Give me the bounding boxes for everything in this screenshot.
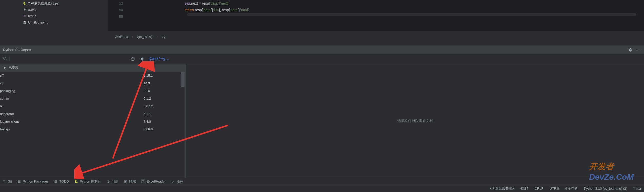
breadcrumb-item[interactable]: try: [162, 35, 165, 39]
excelreader-tab[interactable]: 🇽ExcelReader: [141, 179, 166, 184]
git-branch-icon: ᛘ: [2, 179, 6, 184]
python-console-tab[interactable]: 🐍Python 控制台: [74, 179, 101, 184]
file-label: test.c: [28, 14, 36, 18]
layers-icon: ☰: [17, 179, 21, 184]
file-item[interactable]: ⚙ a.exe: [10, 6, 108, 13]
svg-line-2: [6, 59, 7, 60]
python-packages-tab[interactable]: ☰Python Packages: [17, 179, 49, 184]
terminal-tab[interactable]: ▣终端: [124, 179, 136, 184]
line-ending[interactable]: CRLF: [535, 187, 543, 190]
line-number: 55: [108, 13, 123, 20]
todo-tab[interactable]: ☲TODO: [54, 179, 69, 184]
refresh-icon[interactable]: [130, 57, 135, 62]
warning-icon: ⊘: [106, 179, 110, 184]
services-tab[interactable]: ▷服务: [171, 179, 183, 184]
terminal-icon: ▣: [124, 179, 128, 184]
installed-section[interactable]: ▼ 已安装: [0, 64, 185, 72]
package-row[interactable]: cffi1.15.1: [0, 72, 185, 79]
exe-file-icon: ⚙: [23, 8, 27, 12]
panel-title: Python Packages: [3, 48, 31, 52]
git-tab[interactable]: ᛘGit: [2, 179, 12, 184]
chevron-down-icon: ▼: [3, 66, 6, 70]
line-number: 53: [108, 0, 123, 7]
chevron-down-icon: ⌄: [166, 57, 169, 61]
package-row[interactable]: comm0.1.2: [0, 95, 185, 102]
panel-toolbar: 添加软件包 ⌄: [0, 54, 644, 64]
indent-setting[interactable]: 4 个空格: [565, 186, 578, 191]
file-item[interactable]: 📓 Untitled.ipynb: [10, 19, 108, 26]
search-box: [3, 57, 126, 61]
vertical-scrollbar[interactable]: [181, 72, 185, 87]
horizontal-scrollbar[interactable]: [187, 13, 636, 16]
line-number: 54: [108, 7, 123, 13]
bottom-tool-bar: ᛘGit ☰Python Packages ☲TODO 🐍Python 控制台 …: [0, 178, 644, 185]
chevron-right-icon: ›: [157, 35, 158, 39]
excel-icon: 🇽: [141, 179, 145, 184]
server-status[interactable]: <无默认服务器>: [490, 186, 514, 191]
git-branch-status[interactable]: ᛘ ma: [633, 187, 641, 190]
search-icon: [3, 57, 7, 61]
python-icon: 🐍: [74, 179, 78, 184]
play-icon: ▷: [171, 179, 175, 184]
minimize-icon[interactable]: [636, 47, 641, 52]
code-editor[interactable]: 53 54 55 self.next = resp['data']['next'…: [108, 0, 644, 31]
file-label: a.exe: [28, 8, 36, 12]
file-item[interactable]: 🐍 2.AI成员信息查询.py: [10, 0, 108, 6]
package-row[interactable]: vc14.3: [0, 79, 185, 87]
encoding[interactable]: UTF-8: [549, 187, 559, 190]
file-tree: 🐍 2.AI成员信息查询.py ⚙ a.exe © test.c 📓 Untit…: [10, 0, 108, 26]
git-branch-icon: ᛘ: [633, 187, 635, 190]
status-bar: <无默认服务器> 43:37 CRLF UTF-8 4 个空格 Python 3…: [0, 185, 644, 192]
file-label: 2.AI成员信息查询.py: [28, 1, 58, 6]
python-file-icon: 🐍: [23, 1, 27, 5]
problems-tab[interactable]: ⊘问题: [106, 179, 118, 184]
python-packages-panel: Python Packages 添加软件包 ⌄ ▼ 已安装 cffi1.15.1…: [0, 46, 644, 178]
package-row[interactable]: packaging22.0: [0, 87, 185, 95]
file-item[interactable]: © test.c: [10, 13, 108, 19]
gear-icon[interactable]: [628, 47, 633, 52]
file-label: Untitled.ipynb: [28, 20, 48, 24]
c-file-icon: ©: [23, 14, 27, 18]
add-package-link[interactable]: 添加软件包 ⌄: [149, 57, 169, 61]
line-gutter: 53 54 55: [108, 0, 128, 20]
list-icon: ☲: [54, 179, 58, 184]
jupyter-file-icon: 📓: [23, 20, 27, 25]
panel-header: Python Packages: [0, 46, 644, 54]
package-list: ▼ 已安装 cffi1.15.1 vc14.3 packaging22.0 co…: [0, 64, 185, 178]
package-row[interactable]: decorator5.1.1: [0, 110, 185, 118]
svg-point-1: [4, 57, 6, 59]
cursor-position[interactable]: 43:37: [520, 187, 529, 190]
breadcrumb-item[interactable]: get_rank(): [137, 35, 152, 39]
chevron-right-icon: ›: [132, 35, 133, 39]
panel-body: ▼ 已安装 cffi1.15.1 vc14.3 packaging22.0 co…: [0, 64, 644, 178]
breadcrumb-item[interactable]: GetRank: [115, 35, 128, 39]
interpreter[interactable]: Python 3.10 (py_learning) (2): [584, 187, 627, 190]
package-row[interactable]: tk8.6.12: [0, 102, 185, 110]
package-row[interactable]: fastapi0.88.0: [0, 125, 185, 133]
breadcrumb: GetRank › get_rank() › try: [115, 35, 166, 39]
gear-icon[interactable]: [139, 57, 145, 62]
package-row[interactable]: jupyter-client7.4.8: [0, 118, 185, 125]
search-input[interactable]: [9, 57, 112, 61]
code-area[interactable]: self.next = resp['data']['next'] return …: [185, 0, 644, 13]
package-detail: 选择软件包以查看文档: [186, 64, 644, 178]
empty-hint: 选择软件包以查看文档: [397, 119, 433, 123]
